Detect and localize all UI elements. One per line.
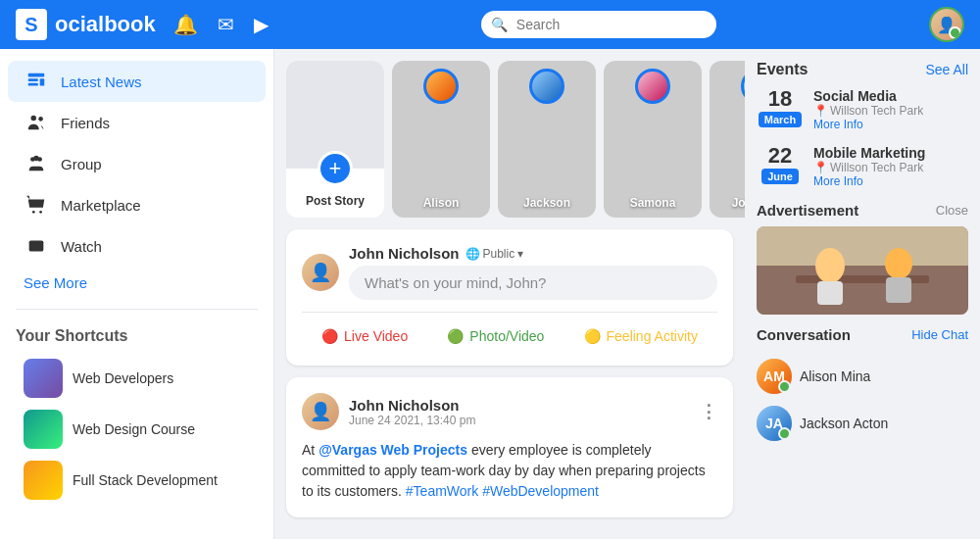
sidebar-item-group[interactable]: Group (8, 143, 266, 184)
sidebar-item-watch[interactable]: Watch (8, 225, 266, 267)
event-name-2: Mobile Marketing (813, 145, 968, 161)
post-hashtag-webdev[interactable]: #WebDevelopment (482, 483, 599, 499)
logo-letter: S (24, 14, 37, 36)
post-author-name: John Nicholson (349, 397, 690, 414)
message-icon[interactable]: ✉ (218, 13, 234, 36)
post-header: 👤 John Nicholson June 24 2021, 13:40 pm … (302, 393, 717, 430)
location-icon-1: 📍 (813, 104, 828, 118)
group-icon (24, 151, 49, 176)
search-input[interactable] (481, 11, 716, 38)
sidebar-label-friends: Friends (61, 115, 110, 131)
video-icon[interactable]: ▶ (254, 13, 269, 36)
sidebar-label-latest-news: Latest News (61, 74, 142, 90)
what-on-mind-text: What's on your mind, John? (365, 274, 546, 291)
post-date: June 24 2021, 13:40 pm (349, 414, 690, 427)
notification-icon[interactable]: 🔔 (173, 13, 198, 36)
event-day-2: 22 (757, 145, 804, 167)
story-samona-label: Samona (604, 196, 702, 210)
ad-image-inner (757, 226, 968, 315)
svg-rect-2 (28, 83, 38, 86)
sidebar-label-watch: Watch (61, 238, 102, 255)
feeling-activity-button[interactable]: 🟡 Feeling Activity (572, 322, 710, 350)
shortcut-thumb-full-stack (24, 461, 63, 500)
convo-jackson-avatar: JA (757, 406, 792, 441)
feeling-label: Feeling Activity (607, 328, 698, 344)
shortcut-label-web-design-course: Web Design Course (73, 421, 195, 437)
sidebar-label-marketplace: Marketplace (61, 197, 141, 214)
main-layout: Latest News Friends Group Marketplace Wa (0, 49, 980, 539)
post-story-card[interactable]: + Post Story (286, 61, 384, 218)
nav-brand: S ocialbook 🔔 ✉ ▶ (16, 9, 269, 40)
sidebar-label-group: Group (61, 156, 102, 172)
event-more-info-2[interactable]: More Info (813, 174, 968, 188)
svg-rect-14 (757, 266, 968, 315)
sidebar-item-marketplace[interactable]: Marketplace (8, 184, 266, 225)
sidebar-divider (16, 309, 258, 310)
event-social-media: 18 March Social Media 📍 Willson Tech Par… (757, 88, 968, 131)
ad-header: Advertisement Close (757, 202, 968, 219)
hide-chat-button[interactable]: Hide Chat (911, 327, 968, 342)
shortcut-web-design-course[interactable]: Web Design Course (8, 404, 266, 455)
shortcut-thumb-web-design-course (24, 410, 63, 449)
post-text: At @Vargas Web Projects every employee i… (302, 440, 717, 502)
svg-point-18 (885, 248, 912, 279)
convo-alison-face: AM (757, 359, 792, 394)
what-on-mind-input[interactable]: What's on your mind, John? (349, 266, 717, 300)
event-location-1: 📍 Willson Tech Park (813, 104, 968, 118)
post-hashtag-teamwork[interactable]: #TeamWork (406, 483, 478, 499)
see-more-button[interactable]: See More (0, 267, 273, 299)
convo-jackson-name: Jackson Acton (800, 416, 888, 431)
dropdown-icon: ▾ (517, 247, 523, 261)
post-story-add-icon: + (318, 151, 353, 186)
user-avatar[interactable]: 👤 (929, 7, 964, 42)
stories-row: + Post Story Alison Jackson (286, 61, 733, 218)
live-video-icon: 🔴 (321, 328, 338, 344)
nav-icons: 🔔 ✉ ▶ (173, 13, 269, 36)
shortcut-label-web-developers: Web Developers (73, 370, 173, 386)
svg-point-10 (39, 211, 42, 214)
svg-point-5 (38, 117, 43, 122)
event-info-1: Social Media 📍 Willson Tech Park More In… (813, 88, 968, 131)
convo-jackson-acton[interactable]: JA Jackson Acton (757, 400, 968, 447)
convo-alison-mina[interactable]: AM Alison Mina (757, 353, 968, 400)
sidebar-item-latest-news[interactable]: Latest News (8, 61, 266, 102)
photo-video-icon: 🟢 (447, 328, 464, 344)
story-samona-avatar (635, 69, 670, 104)
events-see-all[interactable]: See All (925, 62, 968, 77)
shortcut-full-stack[interactable]: Full Stack Development (8, 455, 266, 506)
live-video-button[interactable]: 🔴 Live Video (310, 322, 419, 350)
post-composer-card: 👤 John Nicholson 🌐 Public ▾ What's on yo… (286, 229, 733, 366)
feeling-icon: 🟡 (584, 328, 601, 344)
post-story-bg: + (286, 61, 384, 169)
story-johndoe[interactable]: John Doe (710, 61, 745, 218)
story-alison[interactable]: Alison (392, 61, 490, 218)
convo-alison-avatar: AM (757, 359, 792, 394)
events-header: Events See All (757, 61, 968, 78)
sidebar: Latest News Friends Group Marketplace Wa (0, 49, 274, 539)
story-jackson-label: Jackson (498, 196, 596, 210)
ad-title: Advertisement (757, 202, 858, 219)
post-info: John Nicholson June 24 2021, 13:40 pm (349, 397, 690, 427)
right-panel: Events See All 18 March Social Media 📍 W… (745, 49, 980, 539)
shortcut-thumb-web-developers (24, 359, 63, 398)
ad-close-button[interactable]: Close (936, 203, 968, 218)
story-samona[interactable]: Samona (604, 61, 702, 218)
event-name-1: Social Media (813, 88, 968, 104)
main-feed: + Post Story Alison Jackson (274, 49, 745, 539)
story-alison-label: Alison (392, 196, 490, 210)
photo-video-button[interactable]: 🟢 Photo/Video (435, 322, 556, 350)
sidebar-item-friends[interactable]: Friends (8, 102, 266, 143)
convo-alison-name: Alison Mina (800, 368, 870, 384)
shortcut-web-developers[interactable]: Web Developers (8, 353, 266, 404)
search-wrapper: 🔍 (481, 11, 716, 38)
composer-avatar: 👤 (302, 254, 339, 291)
search-icon: 🔍 (491, 17, 508, 32)
event-more-info-1[interactable]: More Info (813, 118, 968, 131)
post-mention[interactable]: @Vargas Web Projects (318, 442, 467, 458)
event-month-badge-1: March (759, 112, 802, 127)
story-jackson[interactable]: Jackson (498, 61, 596, 218)
svg-rect-17 (817, 281, 843, 305)
post-more-icon[interactable]: ⋮ (700, 401, 717, 422)
post-actions: 🔴 Live Video 🟢 Photo/Video 🟡 Feeling Act… (302, 322, 717, 350)
svg-rect-0 (28, 74, 45, 77)
